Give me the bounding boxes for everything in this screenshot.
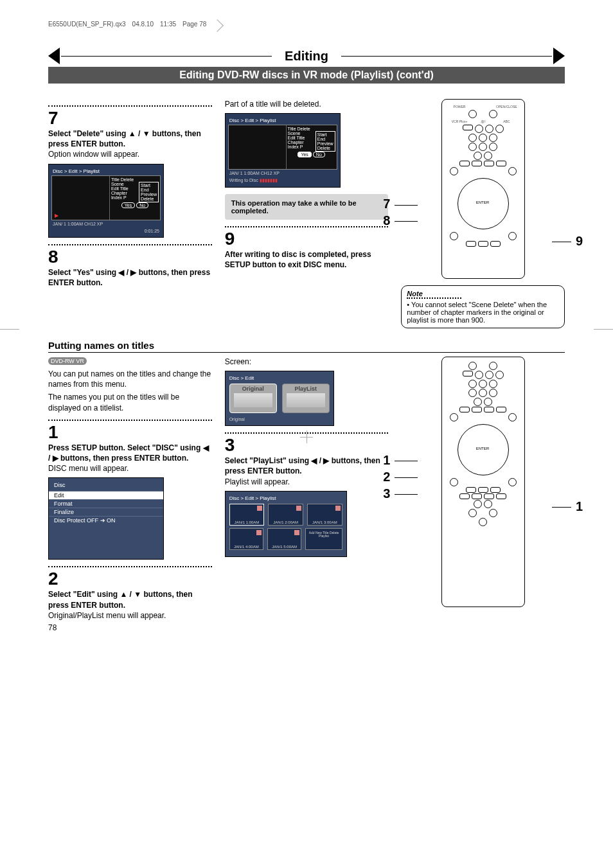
step-9-number: 9 [225, 230, 389, 248]
remote-callout-9: 9 [576, 234, 583, 249]
page-subtitle: Editing DVD-RW discs in VR mode (Playlis… [48, 67, 565, 84]
remote-callout-7: 7 [383, 197, 390, 211]
note-text: • You cannot select "Scene Delete" when … [407, 301, 559, 324]
step-3-instruction: Select "PlayList" using ◀ / ▶ buttons, t… [225, 456, 380, 475]
page-number: 78 [48, 623, 212, 632]
remote-callout-2: 2 [383, 470, 390, 484]
step-8-number: 8 [48, 248, 212, 266]
dvd-rw-badge: DVD-RW VR [48, 357, 87, 365]
step-1-number: 1 [48, 423, 212, 441]
operation-warning: This operation may take a while to be co… [225, 194, 389, 220]
disc-menu-screen: Disc Edit Format Finalize Disc Protect O… [48, 477, 164, 560]
screen-label: Screen: [225, 357, 389, 367]
step-2-instruction: Select "Edit" using ▲ / ▼ buttons, then … [48, 590, 192, 609]
step-7-screen: Disc > Edit > Playlist ▶ Title Delete Sc… [48, 164, 164, 238]
deletion-caption: Part of a title will be deleted. [225, 99, 389, 109]
step-7-number: 7 [48, 109, 212, 127]
writing-screen: Disc > Edit > Playlist Title Delete Scen… [225, 113, 341, 188]
playlist-grid-screen: Disc > Edit > Playlist JAN/1 1:00AM JAN/… [225, 491, 347, 557]
step-7-text: Option window will appear. [48, 149, 212, 159]
remote-callout-3: 3 [383, 486, 390, 501]
step-1-text: DISC menu will appear. [48, 463, 212, 474]
section-p1: You can put names on the titles and chan… [48, 369, 212, 389]
page-title-banner: Editing [48, 48, 565, 64]
step-2-text: Original/PlayList menu will appear. [48, 610, 212, 621]
step-8-instruction: Select "Yes" using ◀ / ▶ buttons, then p… [48, 268, 210, 287]
remote-callout-1b: 1 [576, 499, 583, 514]
step-1-instruction: Press SETUP button. Select "DISC" using … [48, 443, 209, 463]
original-playlist-screen: Disc > Edit Original PlayList Original [225, 371, 334, 426]
step-3-text: Playlist will appear. [225, 477, 389, 487]
note-box: Note • You cannot select "Scene Delete" … [401, 285, 565, 328]
step-9-instruction: After writing to disc is completed, pres… [225, 250, 371, 269]
remote-control-bottom [441, 357, 525, 607]
step-2-number: 2 [48, 570, 212, 588]
page-title: Editing [272, 49, 341, 64]
section-p2: The names you put on the titles will be … [48, 392, 212, 412]
note-heading: Note [407, 290, 461, 299]
file-header: E6550UD(EN_SP_FR).qx3 04.8.10 11:35 Page… [48, 19, 565, 28]
remote-control-top: POWEROPEN/CLOSE VCR Plus+.@/:ABC [441, 99, 525, 279]
step-7-instruction: Select "Delete" using ▲ / ▼ buttons, the… [48, 129, 201, 148]
remote-callout-8: 8 [383, 213, 390, 228]
section-heading: Putting names on titles [48, 340, 565, 353]
remote-callout-1a: 1 [383, 453, 390, 468]
